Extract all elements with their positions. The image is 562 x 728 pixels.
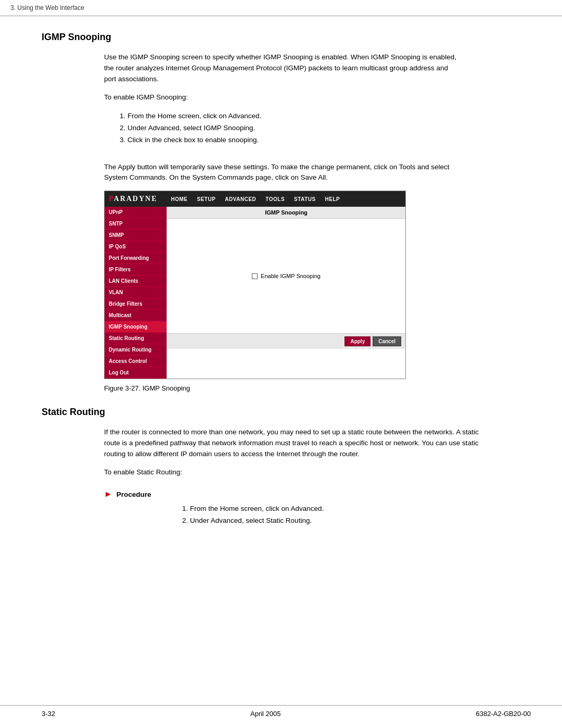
- footer-page-num: 3-32: [42, 710, 55, 718]
- nav-tools[interactable]: TOOLS: [261, 194, 289, 204]
- sidebar-port-forwarding[interactable]: Port Forwarding: [105, 253, 167, 264]
- static-step-2: Under Advanced, select Static Routing.: [177, 515, 468, 527]
- router-logo: PARADYNE: [109, 195, 158, 203]
- router-main-header: IGMP Snooping: [167, 207, 405, 219]
- igmp-step-2: Under Advanced, select IGMP Snooping.: [114, 122, 531, 134]
- procedure-block: ► Procedure From the Home screen, click …: [104, 489, 468, 527]
- igmp-checkbox-container: Enable IGMP Snooping: [252, 273, 321, 279]
- igmp-step-3: Click in the check box to enable snoopin…: [114, 134, 531, 146]
- router-screenshot: PARADYNE HOME SETUP ADVANCED TOOLS STATU…: [104, 191, 406, 379]
- sidebar-igmp-snooping[interactable]: IGMP Snooping: [105, 321, 167, 333]
- router-body: UPnP SNTP SNMP IP QoS Port Forwarding IP…: [105, 207, 405, 379]
- static-routing-body: If the router is connected to more than …: [104, 427, 479, 460]
- sidebar-multicast[interactable]: Multicast: [105, 310, 167, 321]
- sidebar-access-control[interactable]: Access Control: [105, 356, 167, 367]
- static-routing-steps: From the Home screen, click on Advanced.…: [177, 503, 468, 527]
- footer-doc-id: 6382-A2-GB20-00: [476, 710, 531, 718]
- sidebar-log-out[interactable]: Log Out: [105, 367, 167, 379]
- igmp-step-1: From the Home screen, click on Advanced.: [114, 110, 531, 122]
- sidebar-lan-clients[interactable]: LAN Clients: [105, 275, 167, 287]
- igmp-steps-list: From the Home screen, click on Advanced.…: [114, 110, 531, 146]
- router-main-panel: IGMP Snooping Enable IGMP Snooping Apply…: [167, 207, 405, 379]
- igmp-enable-checkbox-label: Enable IGMP Snooping: [261, 273, 321, 279]
- static-routing-section: Static Routing If the router is connecte…: [42, 407, 531, 527]
- igmp-enable-checkbox[interactable]: [252, 273, 258, 279]
- nav-items: HOME SETUP ADVANCED TOOLS STATUS HELP: [167, 194, 344, 204]
- procedure-header: ► Procedure: [104, 489, 468, 499]
- sidebar-vlan[interactable]: VLAN: [105, 287, 167, 298]
- sidebar-ipqos[interactable]: IP QoS: [105, 241, 167, 253]
- sidebar-snmp[interactable]: SNMP: [105, 230, 167, 241]
- igmp-intro-text: Use the IGMP Snooping screen to specify …: [104, 52, 458, 85]
- nav-home[interactable]: HOME: [167, 194, 192, 204]
- sidebar-static-routing[interactable]: Static Routing: [105, 333, 167, 344]
- router-sidebar: UPnP SNTP SNMP IP QoS Port Forwarding IP…: [105, 207, 167, 379]
- sidebar-bridge-filters[interactable]: Bridge Filters: [105, 298, 167, 310]
- page-footer: 3-32 April 2005 6382-A2-GB20-00: [0, 705, 562, 718]
- sidebar-dynamic-routing[interactable]: Dynamic Routing: [105, 344, 167, 356]
- static-routing-enable-label: To enable Static Routing:: [104, 467, 458, 478]
- static-step-1: From the Home screen, click on Advanced.: [177, 503, 468, 515]
- procedure-label: Procedure: [117, 491, 151, 498]
- static-routing-title: Static Routing: [42, 407, 531, 418]
- router-main-content: Enable IGMP Snooping: [167, 219, 405, 333]
- cancel-button[interactable]: Cancel: [373, 336, 401, 346]
- sidebar-sntp[interactable]: SNTP: [105, 218, 167, 230]
- procedure-arrow-icon: ►: [104, 489, 112, 499]
- igmp-enable-label: To enable IGMP Snooping:: [104, 92, 458, 103]
- apply-button[interactable]: Apply: [344, 336, 371, 346]
- sidebar-ip-filters[interactable]: IP Filters: [105, 264, 167, 275]
- footer-date: April 2005: [250, 710, 281, 718]
- nav-status[interactable]: STATUS: [290, 194, 320, 204]
- figure-caption: Figure 3-27. IGMP Snooping: [104, 384, 531, 392]
- breadcrumb: 3. Using the Web Interface: [0, 0, 562, 16]
- igmp-section-title: IGMP Snooping: [42, 32, 531, 43]
- sidebar-upnp[interactable]: UPnP: [105, 207, 167, 218]
- nav-advanced[interactable]: ADVANCED: [221, 194, 260, 204]
- nav-setup[interactable]: SETUP: [193, 194, 220, 204]
- nav-help[interactable]: HELP: [321, 194, 344, 204]
- router-footer: Apply Cancel: [167, 333, 405, 349]
- igmp-apply-note: The Apply button will temporarily save t…: [104, 162, 458, 184]
- router-nav-bar: PARADYNE HOME SETUP ADVANCED TOOLS STATU…: [105, 191, 405, 207]
